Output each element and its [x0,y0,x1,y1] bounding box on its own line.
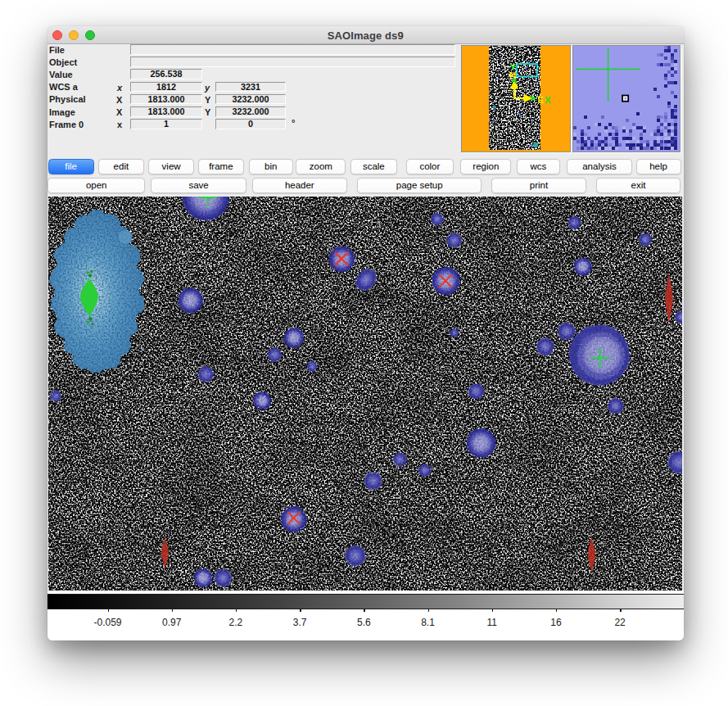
svg-text:E: E [538,95,545,105]
svg-text:N: N [509,70,516,80]
svg-text:X: X [545,95,551,105]
